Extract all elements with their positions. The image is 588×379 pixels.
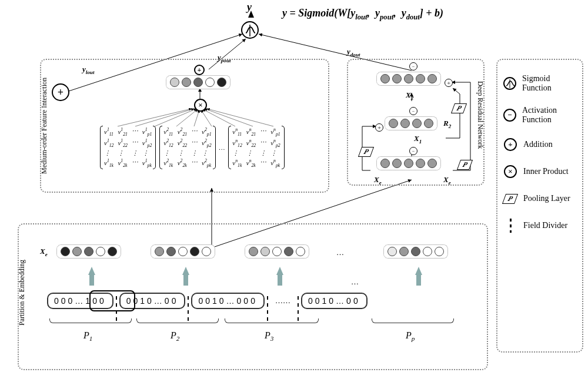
- deep-residual-box: Deep Residual Network − + X2 − + R2 X1 −…: [347, 59, 485, 186]
- arrow-1: [88, 267, 95, 275]
- pooling-right-low: P: [457, 160, 473, 170]
- activation-bot: −: [409, 147, 417, 155]
- legend-inner-label: Inner Product: [523, 167, 569, 176]
- legend-addition-label: Addition: [523, 140, 553, 149]
- add-top-right: +: [445, 79, 453, 87]
- activation-icon: −: [503, 108, 516, 122]
- activation-mid: −: [409, 107, 417, 115]
- xe-left-label: Xe: [374, 175, 382, 186]
- pooling-icon: P: [503, 192, 517, 206]
- matrix-group: v111v121⋯v1p1 v112v122⋯v1p2 ⋮⋮⋮⋮ v11kv12…: [100, 126, 285, 169]
- pooling-right-high: P: [451, 103, 467, 113]
- legend-box: Sigmoid Function − Activation Function +…: [496, 59, 583, 353]
- arrow-p: [415, 267, 422, 275]
- layer-xe: [376, 156, 441, 170]
- onehot-ellipsis: ……: [270, 296, 295, 306]
- legend-addition: + Addition: [503, 137, 576, 152]
- pooling-left: P: [358, 147, 375, 157]
- xe-right-label: Xe: [443, 175, 451, 186]
- brace-p: [372, 318, 454, 323]
- onehot-p: 0010…00: [301, 293, 368, 309]
- xe-label: Xe: [40, 247, 48, 257]
- edge-ydout-label: ydout: [347, 47, 360, 58]
- legend-inner: × Inner Product: [503, 165, 576, 179]
- embed-ellipsis-top: …: [336, 248, 344, 257]
- embed-1: [56, 244, 121, 259]
- embed-2: [151, 244, 215, 259]
- arrow-to-y: [248, 11, 254, 18]
- brace-1: [49, 318, 132, 323]
- brace-2: [136, 318, 219, 323]
- legend-activation: − Activation Function: [503, 106, 576, 125]
- pp-label: Pp: [406, 330, 415, 342]
- arrow-2: [182, 267, 189, 275]
- medium-order-box: Medium-order Feature Interaction + + × v…: [40, 59, 329, 193]
- addition-icon: +: [503, 137, 517, 152]
- inner-product-op: ×: [194, 99, 207, 112]
- r2-label: R2: [443, 119, 451, 129]
- legend-sigmoid: Sigmoid Function: [503, 74, 576, 93]
- x2-label: X2: [406, 90, 413, 101]
- brace-3: [225, 318, 319, 323]
- x1-label: X1: [414, 134, 422, 145]
- add-left: +: [375, 123, 383, 132]
- inner-product-icon: ×: [503, 165, 517, 179]
- embed-p: [383, 244, 448, 259]
- p2-label: P2: [171, 330, 179, 342]
- arrow-3: [276, 267, 283, 275]
- field-divider-icon: [503, 219, 517, 233]
- layer-top: [376, 72, 441, 86]
- layer-r2: [385, 116, 437, 130]
- sigmoid-icon: [503, 76, 516, 90]
- legend-divider: Field Divider: [503, 219, 576, 233]
- sigmoid-node: [241, 21, 259, 39]
- legend-pool-label: Pooling Layer: [523, 194, 570, 203]
- addition-op-big: +: [52, 83, 69, 101]
- p3-label: P3: [265, 330, 273, 342]
- pout-vector: [166, 75, 230, 89]
- onehot-3: 0010…000: [191, 293, 265, 309]
- embed-3: [245, 244, 309, 259]
- activation-top: −: [409, 62, 417, 71]
- deep-residual-label: Deep Residual Network: [476, 81, 485, 149]
- partition-embed-label: Partition & Embedding: [18, 260, 26, 326]
- medium-order-label: Medium-order Feature Interaction: [40, 78, 49, 174]
- legend-divider-label: Field Divider: [523, 221, 567, 230]
- legend-sigmoid-label: Sigmoid Function: [522, 74, 576, 93]
- legend-activation-label: Activation Function: [522, 106, 576, 125]
- partition-embed-box: Partition & Embedding Xe … … 000…100 001…: [18, 223, 488, 370]
- partition-overlap-frame: [89, 290, 135, 311]
- p1-label: P1: [83, 330, 92, 342]
- addition-op-top: +: [194, 65, 205, 75]
- output-equation: y = Sigmoid(W[ylout, ypout, ydout] + b): [282, 7, 443, 22]
- legend-pool: P Pooling Layer: [503, 192, 576, 206]
- arrow-ellipsis: …: [351, 277, 359, 287]
